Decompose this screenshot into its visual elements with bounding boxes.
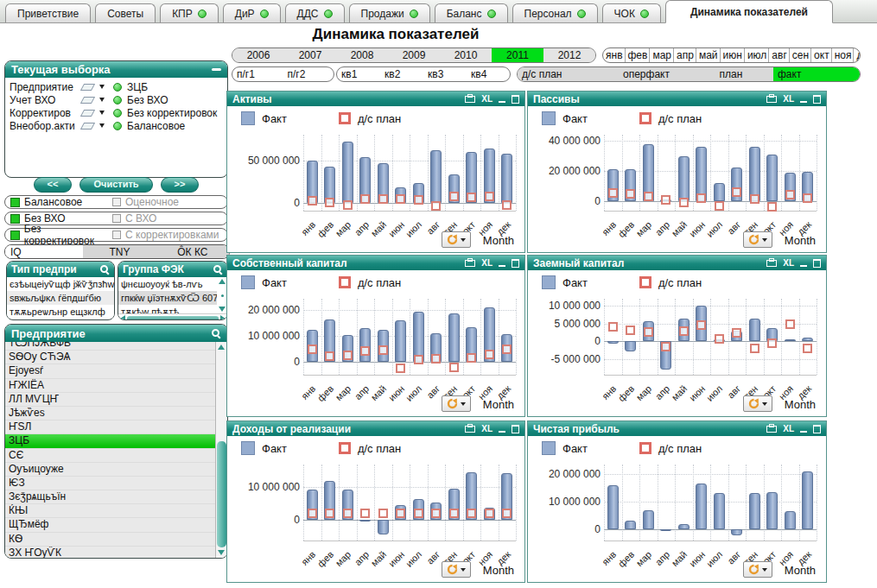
year-cell[interactable]: 2011 [492,48,543,62]
radio-option-selected[interactable]: Балансовое [10,196,112,208]
print-icon[interactable] [766,260,777,267]
dropdown-arrow-icon[interactable] [762,238,767,242]
mini-strip-cell[interactable]: ÔК КС [156,245,229,258]
clear-button[interactable]: Очистить [79,177,152,193]
tab-item[interactable]: КПР [160,3,219,22]
list-item[interactable]: ҤЅЛ [5,420,216,434]
tab-item[interactable]: ДиР [223,3,281,22]
radio-option-unselected[interactable]: С корректировками [112,229,219,241]
print-icon[interactable] [465,426,475,433]
list-item[interactable]: ѕвжьљψκʌ ѓёпдшѓбю [7,291,114,305]
list-item[interactable]: ЛЛ МѴЦҤ [5,393,216,407]
year-cell[interactable]: 2009 [388,48,440,62]
excel-export-button[interactable]: XL [481,258,493,268]
month-cell[interactable]: дек [854,48,861,62]
scroll-left-icon[interactable] [120,315,125,321]
dropdown-arrow-icon[interactable] [461,238,466,242]
minimize-icon[interactable] [800,95,807,103]
list-item[interactable]: ЩЂмёф [5,518,216,532]
dropdown-arrow-icon[interactable] [461,402,466,406]
maximize-icon[interactable] [512,95,519,104]
list-item[interactable]: гпкќw џїэтнѫхѷѾ 6071 [118,291,217,305]
month-cell[interactable]: окт [811,48,832,62]
month-cell[interactable]: июн [721,48,745,62]
tab-item[interactable]: Персонал [512,3,598,22]
scenario-cell[interactable]: факт [773,67,860,81]
scenario-cell[interactable]: оперфакт [604,67,689,81]
list-item[interactable]: ѤЗ [5,477,216,490]
list-item[interactable]: Јѣжѷеs [5,407,216,420]
scroll-down-icon[interactable] [219,307,226,312]
maximize-icon[interactable] [813,425,821,433]
list-item[interactable]: ҤЖІЁА [5,379,216,393]
eraser-icon[interactable] [80,84,95,91]
month-cell[interactable]: ноя [832,48,855,62]
tab-item[interactable]: Продажи [349,3,430,22]
list-item[interactable]: тѫкѣw пѣѫтѣ [118,305,217,313]
year-cell[interactable]: 2007 [284,48,336,62]
axis-refresh-button[interactable] [442,395,471,412]
minimize-icon[interactable] [800,425,807,433]
minimize-icon[interactable] [499,259,505,267]
list-item[interactable]: СЄ [5,449,216,463]
quarter-cell[interactable]: кв4 [467,67,510,81]
eraser-icon[interactable] [80,110,95,117]
axis-refresh-button[interactable] [442,231,471,248]
tab-item[interactable]: Советы [95,3,156,22]
scroll-up-icon[interactable] [219,279,226,284]
minimize-icon[interactable] [212,68,221,71]
scenario-cell[interactable]: план [689,67,773,81]
dropdown-arrow-icon[interactable] [99,85,105,89]
eraser-icon[interactable] [80,97,95,104]
list-item[interactable]: ТѼПЈЖВФВ [5,342,216,351]
print-icon[interactable] [766,426,777,433]
tab-item[interactable]: ДДС [285,3,345,22]
excel-export-button[interactable]: XL [783,424,794,433]
excel-export-button[interactable]: XL [481,424,493,433]
list-item[interactable]: КѲ [5,533,216,547]
print-icon[interactable] [766,96,777,103]
search-icon[interactable] [211,328,221,338]
axis-refresh-button[interactable] [442,561,471,578]
print-icon[interactable] [465,260,475,267]
mini-strip-cell[interactable]: IQ [5,245,83,258]
dropdown-arrow-icon[interactable] [99,123,105,128]
tab-active[interactable]: Динамика показателей [665,0,833,23]
scroll-right-icon[interactable] [220,315,226,321]
prev-button[interactable]: << [34,177,73,193]
radio-option-unselected[interactable]: С ВХО [112,212,156,224]
excel-export-button[interactable]: XL [783,258,794,268]
year-cell[interactable]: 2010 [440,48,492,62]
month-cell[interactable]: апр [674,48,696,62]
month-cell[interactable]: мар [650,48,674,62]
next-button[interactable]: >> [161,177,200,193]
month-cell[interactable]: июл [745,48,769,62]
radio-option-unselected[interactable]: Оценочное [112,196,179,208]
print-icon[interactable] [465,96,475,103]
scroll-thumb[interactable] [217,441,226,547]
list-item[interactable]: Ejoyesŕ [5,364,216,378]
tab-item[interactable]: Баланс [435,3,508,22]
scroll-up-icon[interactable] [218,345,225,350]
excel-export-button[interactable]: XL [783,94,794,104]
list-item[interactable]: Зєǯрѧщьъїн [5,490,216,504]
dropdown-arrow-icon[interactable] [762,402,767,406]
tab-item[interactable]: Приветствие [5,3,91,22]
year-cell[interactable]: 2012 [543,48,595,62]
list-item[interactable]: ЌЊІ [5,504,216,518]
search-icon[interactable] [99,264,110,275]
year-cell[interactable]: 2006 [232,48,284,62]
search-icon[interactable] [213,264,223,275]
minimize-icon[interactable] [800,259,807,267]
halfyear-cell[interactable]: п/г1 [232,67,283,81]
vertical-scrollbar[interactable] [215,342,227,558]
list-item[interactable]: ЗХ ҤОуѶК [5,547,216,558]
axis-refresh-button[interactable] [743,395,772,412]
minimize-icon[interactable] [499,425,505,433]
list-item[interactable]: єзѣыцеіуѷщф јӂѷǯпзћw [7,277,114,291]
list-item[interactable]: SѲОу СЋЭѦ [5,351,216,364]
list-item[interactable]: ЗЦБ [5,434,216,448]
horizontal-scrollbar[interactable] [118,313,227,320]
halfyear-cell[interactable]: п/г2 [283,67,334,81]
dropdown-arrow-icon[interactable] [762,568,767,572]
